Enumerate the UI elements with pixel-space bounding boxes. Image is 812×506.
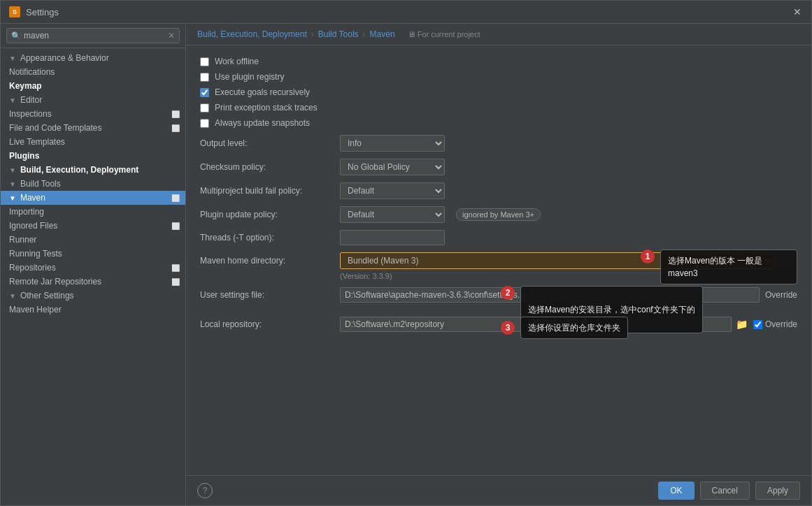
sidebar-item-remote-jar[interactable]: Remote Jar Repositories ⬜ — [1, 275, 185, 289]
maven-home-label: Maven home directory: — [200, 256, 340, 266]
sidebar-item-notifications[interactable]: Notifications — [1, 65, 185, 79]
external-icon: ⬜ — [171, 110, 180, 118]
checksum-policy-select[interactable]: No Global Policy Warn Fail — [340, 159, 445, 175]
maven-home-browse-button[interactable]: ... — [781, 254, 797, 268]
ok-button[interactable]: OK — [658, 482, 694, 500]
search-icon: 🔍 — [11, 31, 21, 41]
work-offline-label[interactable]: Work offline — [215, 57, 259, 66]
checksum-policy-row: Checksum policy: No Global Policy Warn F… — [200, 159, 797, 175]
always-update-row: Always update snapshots — [200, 118, 797, 128]
search-box: 🔍 ✕ — [1, 24, 185, 48]
sidebar-item-other-settings[interactable]: ▼ Other Settings — [1, 289, 185, 303]
local-repo-label: Local repository: — [200, 319, 340, 329]
execute-goals-checkbox[interactable] — [200, 88, 209, 97]
sidebar-item-build-execution[interactable]: ▼ Build, Execution, Deployment — [1, 163, 185, 177]
remote-ext-icon: ⬜ — [171, 278, 180, 286]
sidebar-item-plugins[interactable]: Plugins — [1, 149, 185, 163]
monitor-icon: 🖥 — [408, 30, 415, 38]
sidebar-item-file-code-templates[interactable]: File and Code Templates ⬜ — [1, 121, 185, 135]
print-exception-label[interactable]: Print exception stack traces — [215, 103, 318, 113]
sidebar-item-maven-helper[interactable]: Maven Helper — [1, 303, 185, 317]
local-repo-input[interactable] — [340, 317, 732, 332]
checksum-policy-label: Checksum policy: — [200, 162, 340, 172]
sidebar-item-keymap[interactable]: Keymap — [1, 79, 185, 93]
bottom-bar: ? OK Cancel Apply — [186, 475, 811, 505]
app-icon: S — [9, 6, 20, 17]
multiproject-fail-select[interactable]: Default At End Never — [340, 182, 445, 199]
main-panel: Build, Execution, Deployment › Build Too… — [186, 24, 811, 505]
bottom-buttons: OK Cancel Apply — [658, 482, 800, 500]
print-exception-row: Print exception stack traces — [200, 103, 797, 113]
sidebar-item-editor[interactable]: ▼ Editor — [1, 93, 185, 107]
search-input[interactable] — [24, 31, 165, 41]
threads-row: Threads (-T option): — [200, 230, 797, 245]
help-button[interactable]: ? — [197, 483, 213, 498]
ignored-ext-icon: ⬜ — [171, 222, 180, 230]
always-update-checkbox[interactable] — [200, 119, 209, 128]
execute-goals-row: Execute goals recursively — [200, 87, 797, 97]
sidebar-item-build-tools[interactable]: ▼ Build Tools — [1, 177, 185, 191]
maven-home-select[interactable]: Bundled (Maven 3) Use Maven Wrapper — [340, 252, 775, 269]
external-icon2: ⬜ — [171, 124, 180, 132]
sidebar-item-repositories[interactable]: Repositories ⬜ — [1, 261, 185, 275]
ignored-badge: ignored by Maven 3+ — [456, 208, 541, 221]
user-settings-override[interactable]: Override — [765, 290, 797, 300]
output-level-row: Output level: Info Debug Quiet — [200, 135, 797, 152]
sidebar-item-ignored-files[interactable]: Ignored Files ⬜ — [1, 219, 185, 233]
local-repo-override-text: Override — [765, 319, 797, 329]
repos-ext-icon: ⬜ — [171, 264, 180, 272]
local-repo-row: Local repository: 📁 Override 3 选择你设置的仓库文… — [200, 317, 797, 332]
nav-tree: ▼ Appearance & Behavior Notifications Ke… — [1, 48, 185, 505]
plugin-update-select[interactable]: Default Force Update Never Update — [340, 206, 445, 223]
apply-button[interactable]: Apply — [755, 482, 800, 500]
clear-icon[interactable]: ✕ — [168, 31, 175, 41]
sidebar: 🔍 ✕ ▼ Appearance & Behavior Notification… — [1, 24, 186, 505]
plugin-update-label: Plugin update policy: — [200, 210, 340, 219]
user-settings-row: User settings file: Override 2 选择Maven的安… — [200, 287, 797, 303]
sidebar-item-running-tests[interactable]: Running Tests — [1, 247, 185, 261]
maven-home-row: Maven home directory: Bundled (Maven 3) … — [200, 252, 797, 269]
maven-version-text: (Version: 3.3.9) — [340, 272, 797, 280]
cancel-button[interactable]: Cancel — [700, 482, 750, 500]
sidebar-item-runner[interactable]: Runner — [1, 233, 185, 247]
maven-ext-icon: ⬜ — [171, 194, 180, 202]
sidebar-item-inspections[interactable]: Inspections ⬜ — [1, 107, 185, 121]
work-offline-checkbox[interactable] — [200, 57, 209, 66]
settings-body: Work offline Use plugin registry Execute… — [186, 45, 811, 475]
sidebar-item-importing[interactable]: Importing — [1, 205, 185, 219]
always-update-label[interactable]: Always update snapshots — [215, 118, 310, 128]
user-settings-input[interactable] — [340, 287, 760, 303]
multiproject-fail-row: Multiproject build fail policy: Default … — [200, 182, 797, 199]
work-offline-row: Work offline — [200, 57, 797, 66]
threads-label: Threads (-T option): — [200, 233, 340, 243]
bc-for-current-project: 🖥 For current project — [408, 30, 480, 38]
bc-maven: Maven — [370, 29, 395, 39]
override-text: Override — [765, 290, 797, 300]
bc-build-tools[interactable]: Build Tools — [318, 29, 359, 39]
bc-build-execution[interactable]: Build, Execution, Deployment — [197, 29, 307, 39]
title-bar: S Settings ✕ — [1, 1, 811, 24]
breadcrumb: Build, Execution, Deployment › Build Too… — [186, 24, 811, 45]
use-plugin-registry-checkbox[interactable] — [200, 73, 209, 82]
plugin-update-row: Plugin update policy: Default Force Upda… — [200, 206, 797, 223]
close-button[interactable]: ✕ — [792, 6, 803, 17]
print-exception-checkbox[interactable] — [200, 103, 209, 113]
sidebar-item-appearance[interactable]: ▼ Appearance & Behavior — [1, 51, 185, 65]
use-plugin-registry-row: Use plugin registry — [200, 72, 797, 82]
threads-input[interactable] — [340, 230, 445, 245]
search-wrap: 🔍 ✕ — [6, 28, 180, 43]
local-repo-override-checkbox[interactable] — [753, 320, 762, 329]
window-title: Settings — [26, 7, 59, 17]
execute-goals-label[interactable]: Execute goals recursively — [215, 87, 310, 97]
sidebar-item-maven[interactable]: ▼ Maven ⬜ — [1, 191, 185, 205]
output-level-label: Output level: — [200, 138, 340, 148]
use-plugin-registry-label[interactable]: Use plugin registry — [215, 72, 284, 82]
local-repo-browse-button[interactable]: 📁 — [736, 319, 748, 330]
output-level-select[interactable]: Info Debug Quiet — [340, 135, 445, 152]
multiproject-fail-label: Multiproject build fail policy: — [200, 186, 340, 196]
local-repo-override[interactable]: Override — [753, 319, 797, 329]
sidebar-item-live-templates[interactable]: Live Templates — [1, 135, 185, 149]
user-settings-label: User settings file: — [200, 290, 340, 300]
